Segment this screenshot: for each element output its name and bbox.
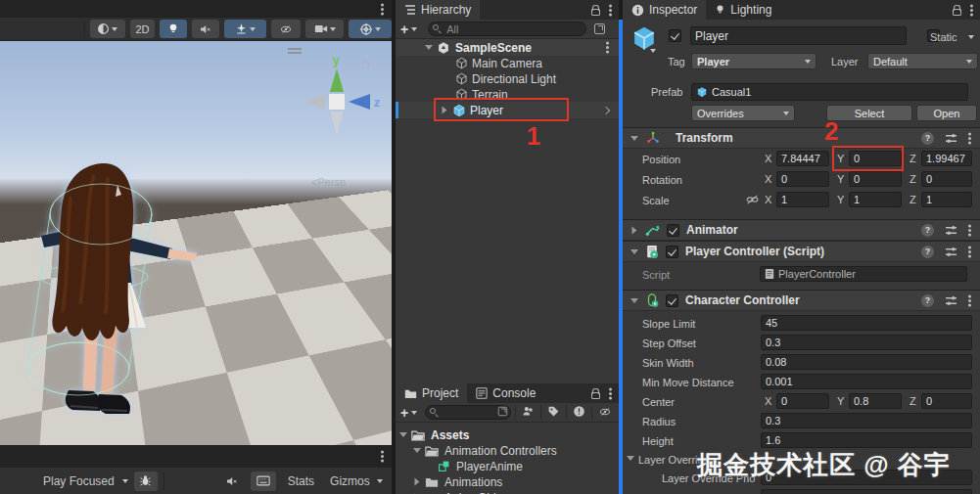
help-icon[interactable]: ? xyxy=(921,246,934,258)
2d-toggle-button[interactable]: 2D xyxy=(130,20,156,38)
scene-orientation-gizmo[interactable]: y z xyxy=(298,49,388,158)
tag-dropdown[interactable]: Player xyxy=(691,53,817,69)
lighting-toggle-button[interactable] xyxy=(160,20,187,38)
camera-settings-dropdown[interactable] xyxy=(305,20,345,38)
scene-viewport[interactable]: y z <Persp xyxy=(0,41,392,445)
scene-visibility-toggle-button[interactable] xyxy=(271,20,301,38)
play-focused-dropdown[interactable]: Play Focused xyxy=(43,474,128,488)
project-row-anim-controllers[interactable]: Animation Controllers xyxy=(396,442,619,459)
picker-window-icon[interactable] xyxy=(594,23,605,34)
icon-dropdown-icon[interactable] xyxy=(650,49,656,53)
rotation-y-field[interactable]: 0 xyxy=(849,171,902,187)
gizmo-lock-icon[interactable] xyxy=(362,63,370,68)
overrides-dropdown[interactable]: Overrides xyxy=(691,105,795,121)
player-character-model[interactable] xyxy=(8,157,204,426)
animator-header[interactable]: Animator ? xyxy=(623,219,980,241)
game-mute-button[interactable] xyxy=(219,472,245,491)
input-debug-button[interactable] xyxy=(251,472,276,491)
create-dropdown-icon[interactable] xyxy=(411,411,417,415)
tab-project[interactable]: Project xyxy=(396,383,467,403)
center-y-field[interactable]: 0.8 xyxy=(849,393,902,409)
position-z-field[interactable]: 1.99467 xyxy=(921,151,972,166)
audio-mute-toggle-button[interactable] xyxy=(192,20,219,38)
create-plus-button[interactable]: + xyxy=(400,24,408,34)
center-z-field[interactable]: 0 xyxy=(921,393,972,409)
panel-kebab-icon[interactable] xyxy=(970,9,973,12)
project-row-animegirls[interactable]: AnimeGirls xyxy=(396,489,619,494)
x-axis-cone[interactable] xyxy=(303,94,325,110)
hierarchy-row-scene[interactable]: SampleScene xyxy=(396,39,619,56)
stats-button[interactable]: Stats xyxy=(282,472,320,491)
transform-header[interactable]: Transform ? xyxy=(623,127,980,149)
height-field[interactable]: 1.6 xyxy=(761,432,972,448)
foldout-open-icon[interactable] xyxy=(425,45,433,50)
foldout-open-icon[interactable] xyxy=(630,136,638,141)
script-field[interactable]: PlayerController xyxy=(760,266,967,282)
scale-y-field[interactable]: 1 xyxy=(849,192,902,207)
component-kebab-icon[interactable] xyxy=(968,250,971,253)
help-icon[interactable]: ? xyxy=(921,132,934,145)
name-field[interactable]: Player xyxy=(690,26,907,45)
foldout-open-icon[interactable] xyxy=(399,432,407,437)
static-dropdown-icon[interactable] xyxy=(968,35,974,39)
chevron-right-icon[interactable] xyxy=(602,106,610,113)
tab-lighting[interactable]: Lighting xyxy=(706,0,780,20)
panel-lock-icon[interactable] xyxy=(953,9,961,16)
help-icon[interactable]: ? xyxy=(921,224,934,237)
z-axis-cone[interactable] xyxy=(349,94,370,110)
hierarchy-row-camera[interactable]: Main Camera xyxy=(396,55,619,71)
foldout-closed-icon[interactable] xyxy=(415,478,420,486)
radius-field[interactable]: 0.3 xyxy=(761,413,972,428)
hierarchy-row-light[interactable]: Directional Light xyxy=(396,70,619,87)
foldout-open-icon[interactable] xyxy=(627,456,634,461)
component-tools-dropdown[interactable] xyxy=(349,20,392,38)
player-controller-header[interactable]: Player Controller (Script) ? xyxy=(623,241,980,262)
gizmo-center-cube[interactable] xyxy=(329,94,345,110)
component-kebab-icon[interactable] xyxy=(968,229,971,232)
search-by-label-button[interactable] xyxy=(540,405,566,420)
center-x-field[interactable]: 0 xyxy=(776,393,829,409)
help-icon[interactable]: ? xyxy=(921,294,934,307)
skin-width-field[interactable]: 0.08 xyxy=(761,354,972,370)
scene-kebab-icon[interactable] xyxy=(606,46,609,49)
hierarchy-search-input[interactable] xyxy=(428,22,586,36)
panel-lock-icon[interactable] xyxy=(591,9,600,16)
debug-button[interactable] xyxy=(134,472,158,491)
character-controller-header[interactable]: Character Controller ? xyxy=(623,290,980,311)
y-neg-cone[interactable] xyxy=(330,112,344,135)
game-menu-kebab-icon[interactable] xyxy=(381,455,384,458)
tab-console[interactable]: Console xyxy=(467,383,544,403)
layer-dropdown[interactable]: Default xyxy=(867,53,978,69)
presets-icon[interactable] xyxy=(945,247,957,257)
scale-x-field[interactable]: 1 xyxy=(776,192,829,207)
component-enabled-checkbox[interactable] xyxy=(667,224,679,237)
search-by-type-button[interactable] xyxy=(515,405,540,420)
presets-icon[interactable] xyxy=(945,225,957,236)
favorites-button[interactable] xyxy=(566,405,591,420)
shading-mode-dropdown[interactable] xyxy=(90,20,125,38)
slope-limit-field[interactable]: 45 xyxy=(761,315,972,331)
hidden-packages-button[interactable] xyxy=(591,406,614,420)
rotation-x-field[interactable]: 0 xyxy=(776,171,829,187)
y-axis-cone[interactable] xyxy=(330,68,344,92)
position-x-field[interactable]: 7.84447 xyxy=(776,151,829,166)
effects-dropdown[interactable] xyxy=(224,20,267,38)
project-row-playeranime[interactable]: PlayerAnime xyxy=(396,458,619,474)
panel-lock-icon[interactable] xyxy=(591,392,600,399)
select-button[interactable]: Select xyxy=(826,105,912,121)
open-button[interactable]: Open xyxy=(916,105,977,121)
gameobject-prefab-icon[interactable] xyxy=(630,24,658,52)
presets-icon[interactable] xyxy=(945,295,957,306)
foldout-closed-icon[interactable] xyxy=(632,226,637,234)
scene-menu-kebab-icon[interactable] xyxy=(381,8,384,11)
component-enabled-checkbox[interactable] xyxy=(666,294,678,307)
scale-z-field[interactable]: 1 xyxy=(921,192,972,207)
panel-kebab-icon[interactable] xyxy=(609,9,612,12)
link-scale-icon[interactable] xyxy=(746,194,759,205)
component-enabled-checkbox[interactable] xyxy=(666,246,678,258)
component-kebab-icon[interactable] xyxy=(968,137,971,140)
create-dropdown-icon[interactable] xyxy=(411,27,417,31)
tab-inspector[interactable]: Inspector xyxy=(623,0,706,20)
component-kebab-icon[interactable] xyxy=(968,299,971,302)
min-move-distance-field[interactable]: 0.001 xyxy=(761,374,972,389)
